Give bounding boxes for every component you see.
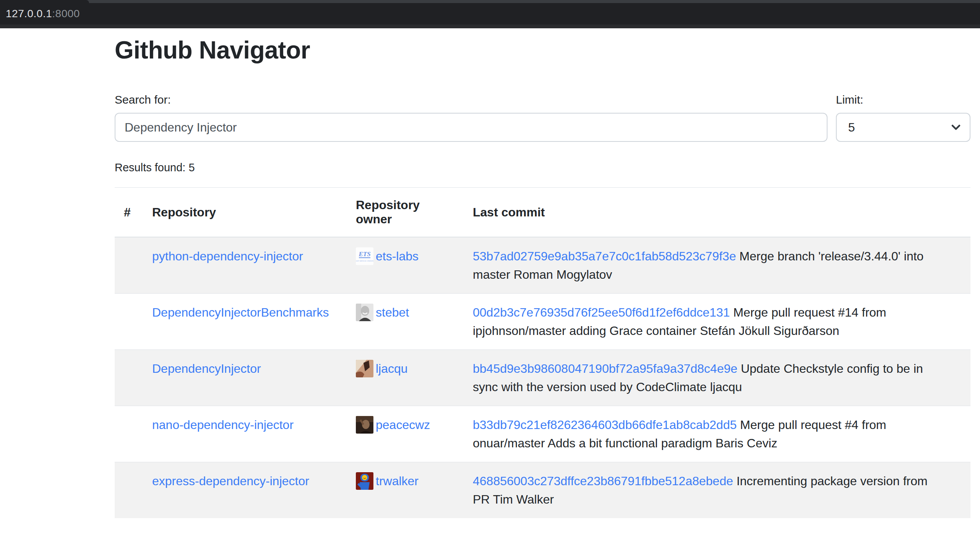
- row-number-cell: [115, 294, 143, 350]
- browser-bar-edge: [0, 24, 980, 28]
- table-row: nano-dependency-injector pe: [115, 406, 970, 462]
- url-port: :8000: [52, 8, 80, 20]
- repository-link[interactable]: express-dependency-injector: [152, 474, 309, 488]
- search-label: Search for:: [115, 93, 827, 106]
- owner-link[interactable]: ljacqu: [376, 359, 408, 378]
- row-number-cell: [115, 406, 143, 462]
- page-content: Github Navigator Search for: Limit: 5 Re…: [115, 36, 970, 518]
- row-number-cell: [115, 350, 143, 406]
- results-summary: Results found: 5: [115, 161, 970, 174]
- table-header-row: # Repository Repository owner Last commi…: [115, 188, 970, 237]
- commit-hash-link[interactable]: 468856003c273dffce23b86791fbbe512a8ebede: [473, 474, 733, 488]
- repository-link[interactable]: nano-dependency-injector: [152, 418, 294, 432]
- commit-hash-link[interactable]: bb45d9e3b98608047190bf72a95fa9a37d8c4e9e: [473, 362, 737, 375]
- table-row: express-dependency-injector: [115, 462, 970, 518]
- repository-link[interactable]: DependencyInjectorBenchmarks: [152, 306, 329, 319]
- owner-link[interactable]: peacecwz: [376, 416, 430, 434]
- commit-hash-link[interactable]: b33db79c21ef8262364603db66dfe1ab8cab2dd5: [473, 418, 737, 432]
- page-title: Github Navigator: [115, 36, 970, 64]
- owner-link[interactable]: trwalker: [376, 472, 419, 490]
- search-form: Search for: Limit: 5: [115, 93, 970, 142]
- limit-select[interactable]: 5: [836, 113, 970, 142]
- svg-text:LIGHT SERVICE ORIENTED: LIGHT SERVICE ORIENTED: [356, 260, 373, 262]
- table-row: DependencyInjectorBenchmarks: [115, 294, 970, 350]
- col-header-owner: Repository owner: [347, 188, 464, 237]
- table-row: python-dependency-injector ETS LIGHT SER…: [115, 237, 970, 294]
- svg-text:ETS: ETS: [358, 250, 370, 258]
- avatar-stebet[interactable]: [356, 304, 373, 321]
- browser-active-tab[interactable]: [0, 0, 89, 3]
- col-header-number: #: [115, 188, 143, 237]
- table-row: DependencyInjector ljacqu: [115, 350, 970, 406]
- search-column: Search for:: [115, 93, 827, 142]
- owner-link[interactable]: stebet: [376, 303, 409, 322]
- avatar-ljacqu[interactable]: [356, 360, 373, 377]
- browser-tab-strip: [0, 0, 980, 3]
- avatar-peacecwz[interactable]: [356, 416, 373, 434]
- avatar-ets-labs[interactable]: ETS LIGHT SERVICE ORIENTED: [356, 247, 373, 265]
- search-input[interactable]: [115, 113, 827, 142]
- col-header-repository: Repository: [143, 188, 347, 237]
- col-header-last-commit: Last commit: [464, 188, 970, 237]
- avatar-trwalker[interactable]: [356, 472, 373, 490]
- row-number-cell: [115, 237, 143, 294]
- repository-link[interactable]: python-dependency-injector: [152, 249, 303, 263]
- url-text: 127.0.0.1:8000: [6, 8, 80, 20]
- commit-hash-link[interactable]: 53b7ad02759e9ab35a7e7c0c1fab58d523c79f3e: [473, 249, 736, 263]
- browser-address-bar[interactable]: 127.0.0.1:8000: [0, 3, 980, 24]
- url-host: 127.0.0.1: [6, 8, 52, 20]
- results-table: # Repository Repository owner Last commi…: [115, 187, 970, 518]
- commit-hash-link[interactable]: 00d2b3c7e76935d76f25ee50f6d1f2ef6ddce131: [473, 306, 730, 319]
- owner-link[interactable]: ets-labs: [376, 247, 419, 265]
- browser-chrome: 127.0.0.1:8000: [0, 0, 980, 28]
- limit-column: Limit: 5: [836, 93, 970, 142]
- row-number-cell: [115, 462, 143, 518]
- repository-link[interactable]: DependencyInjector: [152, 362, 261, 375]
- limit-label: Limit:: [836, 93, 970, 106]
